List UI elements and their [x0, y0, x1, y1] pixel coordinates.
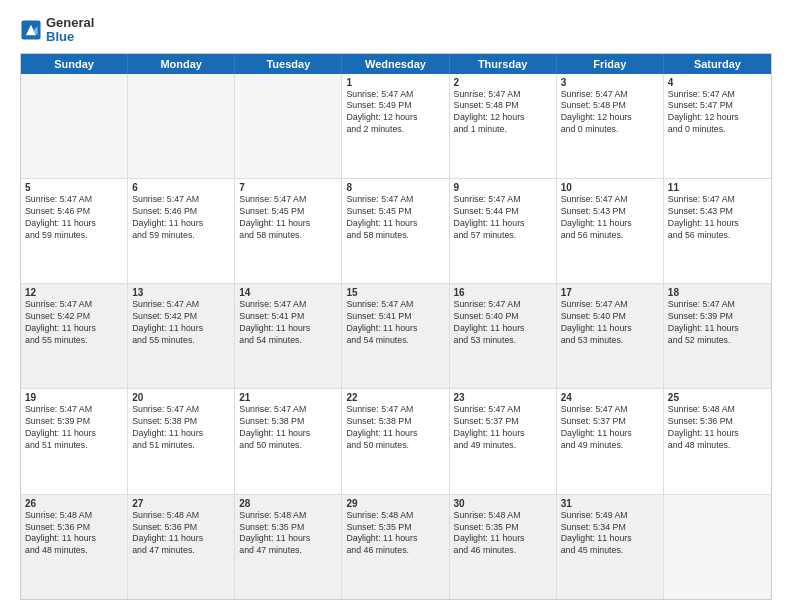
day-number: 31	[561, 498, 659, 509]
cell-info: Sunrise: 5:47 AM Sunset: 5:38 PM Dayligh…	[239, 404, 337, 452]
day-number: 28	[239, 498, 337, 509]
day-number: 1	[346, 77, 444, 88]
logo-line2: Blue	[46, 30, 94, 44]
calendar-cell: 25Sunrise: 5:48 AM Sunset: 5:36 PM Dayli…	[664, 389, 771, 493]
calendar-cell	[21, 74, 128, 178]
day-number: 18	[668, 287, 767, 298]
calendar-body: 1Sunrise: 5:47 AM Sunset: 5:49 PM Daylig…	[21, 74, 771, 599]
cell-info: Sunrise: 5:47 AM Sunset: 5:48 PM Dayligh…	[561, 89, 659, 137]
calendar-cell: 8Sunrise: 5:47 AM Sunset: 5:45 PM Daylig…	[342, 179, 449, 283]
day-number: 17	[561, 287, 659, 298]
cell-info: Sunrise: 5:47 AM Sunset: 5:45 PM Dayligh…	[346, 194, 444, 242]
calendar-row-3: 19Sunrise: 5:47 AM Sunset: 5:39 PM Dayli…	[21, 388, 771, 493]
cell-info: Sunrise: 5:47 AM Sunset: 5:39 PM Dayligh…	[25, 404, 123, 452]
day-number: 25	[668, 392, 767, 403]
calendar-cell: 31Sunrise: 5:49 AM Sunset: 5:34 PM Dayli…	[557, 495, 664, 599]
day-number: 30	[454, 498, 552, 509]
cell-info: Sunrise: 5:47 AM Sunset: 5:40 PM Dayligh…	[454, 299, 552, 347]
cell-info: Sunrise: 5:47 AM Sunset: 5:46 PM Dayligh…	[25, 194, 123, 242]
day-number: 27	[132, 498, 230, 509]
cell-info: Sunrise: 5:47 AM Sunset: 5:38 PM Dayligh…	[346, 404, 444, 452]
calendar-cell: 5Sunrise: 5:47 AM Sunset: 5:46 PM Daylig…	[21, 179, 128, 283]
header: General Blue	[20, 16, 772, 45]
day-number: 24	[561, 392, 659, 403]
header-day-friday: Friday	[557, 54, 664, 74]
calendar: SundayMondayTuesdayWednesdayThursdayFrid…	[20, 53, 772, 600]
day-number: 23	[454, 392, 552, 403]
day-number: 15	[346, 287, 444, 298]
calendar-row-1: 5Sunrise: 5:47 AM Sunset: 5:46 PM Daylig…	[21, 178, 771, 283]
cell-info: Sunrise: 5:47 AM Sunset: 5:37 PM Dayligh…	[454, 404, 552, 452]
calendar-cell: 7Sunrise: 5:47 AM Sunset: 5:45 PM Daylig…	[235, 179, 342, 283]
calendar-cell	[235, 74, 342, 178]
header-day-tuesday: Tuesday	[235, 54, 342, 74]
cell-info: Sunrise: 5:48 AM Sunset: 5:36 PM Dayligh…	[132, 510, 230, 558]
calendar-cell: 14Sunrise: 5:47 AM Sunset: 5:41 PM Dayli…	[235, 284, 342, 388]
header-day-monday: Monday	[128, 54, 235, 74]
cell-info: Sunrise: 5:48 AM Sunset: 5:35 PM Dayligh…	[346, 510, 444, 558]
day-number: 13	[132, 287, 230, 298]
calendar-cell: 4Sunrise: 5:47 AM Sunset: 5:47 PM Daylig…	[664, 74, 771, 178]
calendar-cell: 19Sunrise: 5:47 AM Sunset: 5:39 PM Dayli…	[21, 389, 128, 493]
calendar-cell: 2Sunrise: 5:47 AM Sunset: 5:48 PM Daylig…	[450, 74, 557, 178]
day-number: 3	[561, 77, 659, 88]
day-number: 26	[25, 498, 123, 509]
calendar-cell: 17Sunrise: 5:47 AM Sunset: 5:40 PM Dayli…	[557, 284, 664, 388]
cell-info: Sunrise: 5:47 AM Sunset: 5:39 PM Dayligh…	[668, 299, 767, 347]
calendar-cell: 23Sunrise: 5:47 AM Sunset: 5:37 PM Dayli…	[450, 389, 557, 493]
calendar-row-4: 26Sunrise: 5:48 AM Sunset: 5:36 PM Dayli…	[21, 494, 771, 599]
cell-info: Sunrise: 5:47 AM Sunset: 5:45 PM Dayligh…	[239, 194, 337, 242]
calendar-cell: 26Sunrise: 5:48 AM Sunset: 5:36 PM Dayli…	[21, 495, 128, 599]
calendar-cell: 22Sunrise: 5:47 AM Sunset: 5:38 PM Dayli…	[342, 389, 449, 493]
logo-icon	[20, 19, 42, 41]
calendar-cell	[664, 495, 771, 599]
calendar-cell	[128, 74, 235, 178]
logo-line1: General	[46, 16, 94, 30]
day-number: 8	[346, 182, 444, 193]
logo: General Blue	[20, 16, 94, 45]
day-number: 14	[239, 287, 337, 298]
calendar-cell: 10Sunrise: 5:47 AM Sunset: 5:43 PM Dayli…	[557, 179, 664, 283]
calendar-cell: 27Sunrise: 5:48 AM Sunset: 5:36 PM Dayli…	[128, 495, 235, 599]
calendar-cell: 24Sunrise: 5:47 AM Sunset: 5:37 PM Dayli…	[557, 389, 664, 493]
day-number: 2	[454, 77, 552, 88]
calendar-cell: 11Sunrise: 5:47 AM Sunset: 5:43 PM Dayli…	[664, 179, 771, 283]
day-number: 12	[25, 287, 123, 298]
cell-info: Sunrise: 5:47 AM Sunset: 5:40 PM Dayligh…	[561, 299, 659, 347]
calendar-cell: 28Sunrise: 5:48 AM Sunset: 5:35 PM Dayli…	[235, 495, 342, 599]
day-number: 22	[346, 392, 444, 403]
day-number: 5	[25, 182, 123, 193]
calendar-cell: 30Sunrise: 5:48 AM Sunset: 5:35 PM Dayli…	[450, 495, 557, 599]
calendar-cell: 20Sunrise: 5:47 AM Sunset: 5:38 PM Dayli…	[128, 389, 235, 493]
calendar-cell: 29Sunrise: 5:48 AM Sunset: 5:35 PM Dayli…	[342, 495, 449, 599]
cell-info: Sunrise: 5:47 AM Sunset: 5:41 PM Dayligh…	[346, 299, 444, 347]
cell-info: Sunrise: 5:47 AM Sunset: 5:42 PM Dayligh…	[132, 299, 230, 347]
cell-info: Sunrise: 5:47 AM Sunset: 5:43 PM Dayligh…	[668, 194, 767, 242]
day-number: 29	[346, 498, 444, 509]
calendar-cell: 21Sunrise: 5:47 AM Sunset: 5:38 PM Dayli…	[235, 389, 342, 493]
calendar-cell: 15Sunrise: 5:47 AM Sunset: 5:41 PM Dayli…	[342, 284, 449, 388]
cell-info: Sunrise: 5:47 AM Sunset: 5:46 PM Dayligh…	[132, 194, 230, 242]
calendar-row-0: 1Sunrise: 5:47 AM Sunset: 5:49 PM Daylig…	[21, 74, 771, 178]
calendar-row-2: 12Sunrise: 5:47 AM Sunset: 5:42 PM Dayli…	[21, 283, 771, 388]
cell-info: Sunrise: 5:47 AM Sunset: 5:42 PM Dayligh…	[25, 299, 123, 347]
cell-info: Sunrise: 5:47 AM Sunset: 5:37 PM Dayligh…	[561, 404, 659, 452]
cell-info: Sunrise: 5:47 AM Sunset: 5:48 PM Dayligh…	[454, 89, 552, 137]
logo-area: General Blue	[20, 16, 94, 45]
day-number: 4	[668, 77, 767, 88]
day-number: 11	[668, 182, 767, 193]
calendar-header: SundayMondayTuesdayWednesdayThursdayFrid…	[21, 54, 771, 74]
page: General Blue SundayMondayTuesdayWednesda…	[0, 0, 792, 612]
calendar-cell: 3Sunrise: 5:47 AM Sunset: 5:48 PM Daylig…	[557, 74, 664, 178]
calendar-cell: 16Sunrise: 5:47 AM Sunset: 5:40 PM Dayli…	[450, 284, 557, 388]
cell-info: Sunrise: 5:47 AM Sunset: 5:38 PM Dayligh…	[132, 404, 230, 452]
cell-info: Sunrise: 5:48 AM Sunset: 5:36 PM Dayligh…	[668, 404, 767, 452]
calendar-cell: 6Sunrise: 5:47 AM Sunset: 5:46 PM Daylig…	[128, 179, 235, 283]
day-number: 7	[239, 182, 337, 193]
day-number: 19	[25, 392, 123, 403]
cell-info: Sunrise: 5:47 AM Sunset: 5:44 PM Dayligh…	[454, 194, 552, 242]
day-number: 9	[454, 182, 552, 193]
header-day-sunday: Sunday	[21, 54, 128, 74]
day-number: 20	[132, 392, 230, 403]
calendar-cell: 13Sunrise: 5:47 AM Sunset: 5:42 PM Dayli…	[128, 284, 235, 388]
